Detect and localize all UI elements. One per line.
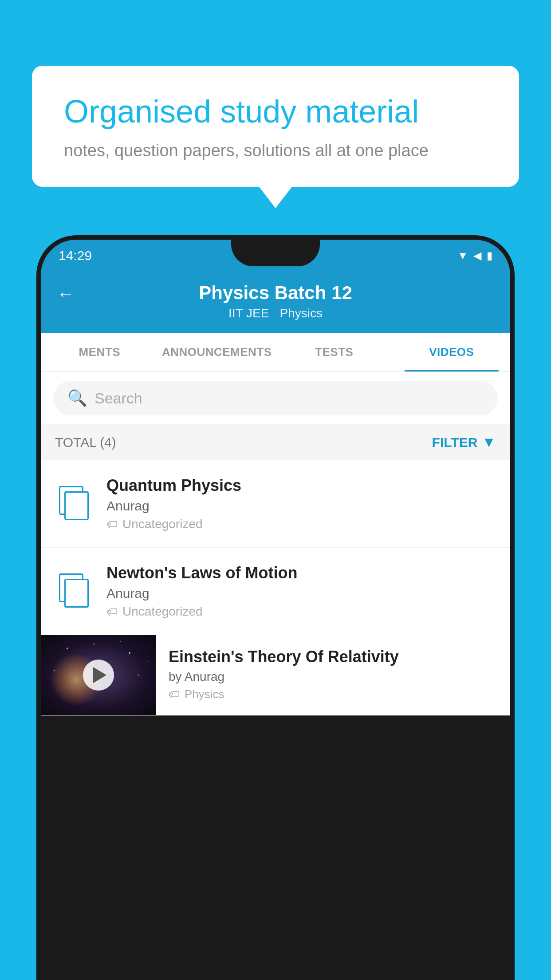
filter-row: TOTAL (4) FILTER ▼ (41, 424, 510, 460)
header-subtitle: IIT JEE Physics (228, 306, 323, 320)
header-tag-iitjee: IIT JEE (228, 306, 269, 320)
svg-point-7 (138, 675, 139, 676)
svg-point-2 (129, 652, 130, 654)
list-item[interactable]: Newton's Laws of Motion Anurag 🏷 Uncateg… (41, 548, 510, 635)
tag-label-1: Uncategorized (122, 517, 203, 531)
list-item[interactable]: Einstein's Theory Of Relativity by Anura… (41, 635, 510, 715)
search-placeholder: Search (94, 390, 142, 407)
phone-frame: 14:29 ▼ ◀ ▮ ← Physics Batch 12 IIT JEE P… (36, 235, 515, 980)
svg-point-5 (120, 641, 121, 642)
item-info-3: Einstein's Theory Of Relativity by Anura… (156, 635, 510, 710)
filter-icon: ▼ (482, 434, 496, 450)
file-icon-2 (55, 572, 94, 611)
header-title: Physics Batch 12 (199, 282, 352, 304)
document-icon (59, 573, 90, 609)
item-title-3: Einstein's Theory Of Relativity (169, 648, 498, 666)
wifi-icon: ▼ (457, 249, 468, 262)
item-title-1: Quantum Physics (106, 476, 496, 495)
back-button[interactable]: ← (57, 284, 75, 304)
header-tag-physics: Physics (279, 306, 322, 320)
speech-bubble: Organised study material notes, question… (32, 66, 519, 187)
item-tag-2: 🏷 Uncategorized (106, 605, 496, 619)
battery-icon: ▮ (487, 249, 492, 262)
item-author-3: by Anurag (169, 670, 498, 684)
search-icon: 🔍 (67, 389, 87, 407)
file-icon-1 (55, 484, 94, 523)
item-author-2: Anurag (106, 586, 496, 601)
item-tag-1: 🏷 Uncategorized (106, 517, 496, 531)
svg-point-3 (147, 661, 148, 662)
speech-bubble-container: Organised study material notes, question… (32, 66, 519, 187)
doc-front (64, 579, 89, 608)
item-info-2: Newton's Laws of Motion Anurag 🏷 Uncateg… (106, 564, 496, 619)
svg-point-4 (54, 670, 55, 672)
tag-icon-1: 🏷 (106, 518, 118, 531)
app-header: ← Physics Batch 12 IIT JEE Physics (41, 272, 510, 333)
tab-videos[interactable]: VIDEOS (393, 333, 511, 371)
total-label: TOTAL (4) (55, 435, 116, 450)
svg-point-0 (67, 648, 68, 649)
doc-front (64, 491, 89, 520)
search-container: 🔍 Search (41, 372, 510, 424)
tag-icon-3: 🏷 (169, 688, 180, 701)
status-bar: 14:29 ▼ ◀ ▮ (41, 240, 510, 272)
content-area: Quantum Physics Anurag 🏷 Uncategorized (41, 460, 510, 715)
video-thumbnail-3 (41, 635, 156, 715)
bubble-subtitle: notes, question papers, solutions all at… (64, 141, 487, 160)
tag-icon-2: 🏷 (106, 605, 118, 619)
list-item[interactable]: Quantum Physics Anurag 🏷 Uncategorized (41, 460, 510, 548)
filter-label: FILTER (432, 435, 478, 450)
svg-point-1 (94, 644, 95, 645)
status-icons: ▼ ◀ ▮ (457, 249, 492, 262)
tag-label-3: Physics (185, 688, 224, 701)
status-time: 14:29 (59, 248, 92, 263)
bubble-title: Organised study material (64, 92, 487, 130)
filter-button[interactable]: FILTER ▼ (432, 434, 496, 450)
item-tag-3: 🏷 Physics (169, 688, 498, 701)
tab-announcements[interactable]: ANNOUNCEMENTS (158, 333, 276, 371)
phone-inner: 14:29 ▼ ◀ ▮ ← Physics Batch 12 IIT JEE P… (41, 240, 510, 980)
item-author-1: Anurag (106, 498, 496, 514)
tab-ments[interactable]: MENTS (41, 333, 158, 371)
tabs-bar: MENTS ANNOUNCEMENTS TESTS VIDEOS (41, 333, 510, 372)
signal-icon: ◀ (473, 249, 481, 262)
search-bar[interactable]: 🔍 Search (53, 381, 498, 415)
document-icon (59, 486, 90, 522)
thumbnail-bg (41, 635, 156, 715)
play-icon (93, 667, 106, 683)
item-title-2: Newton's Laws of Motion (106, 564, 496, 582)
tag-label-2: Uncategorized (122, 605, 203, 619)
item-info-1: Quantum Physics Anurag 🏷 Uncategorized (106, 476, 496, 531)
tab-tests[interactable]: TESTS (276, 333, 393, 371)
play-button-3[interactable] (83, 660, 114, 691)
